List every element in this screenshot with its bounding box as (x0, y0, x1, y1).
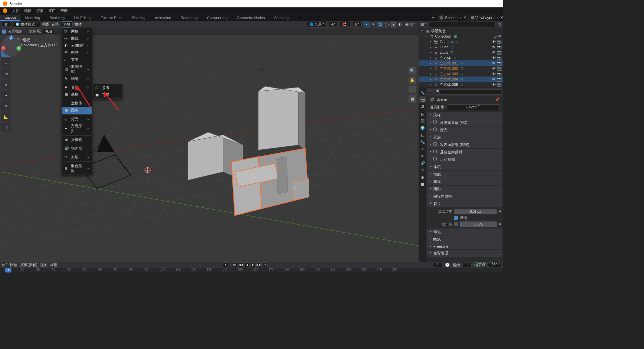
nav-gizmo[interactable]: Z X Y (0, 35, 22, 57)
prev-key-button[interactable]: ◀◀ (238, 262, 244, 267)
tool-move[interactable]: ↔ (1, 58, 11, 68)
timeline-ruler[interactable]: 1 11020304050607080901001101201301401501… (0, 268, 503, 272)
add-item-摄像机[interactable]: ▭摄像机 (62, 136, 92, 143)
add-item-体积(音量)[interactable]: ▥体积(音量)▸ (62, 63, 92, 75)
timeline-type-icon[interactable]: ◷˅ (2, 263, 7, 267)
marker-menu[interactable]: 标记 (50, 262, 57, 267)
panel-采样[interactable]: ▸采样 (427, 112, 502, 119)
tab-constraints-icon[interactable]: 🔗 (419, 160, 426, 166)
outliner-item[interactable]: ▸▽立方体.002▽👁📷 (419, 66, 503, 71)
blender-icon[interactable] (3, 8, 7, 13)
outliner-item[interactable]: ▸▽立方体▽👁📷 (419, 55, 503, 60)
menu-render[interactable]: 渲染 (36, 8, 44, 13)
tab-output-icon[interactable]: 🖶 (419, 103, 426, 110)
shading-solid[interactable]: ● (390, 21, 396, 28)
tab-modeling[interactable]: Modeling (20, 15, 45, 20)
menu-window[interactable]: 窗口 (48, 8, 56, 13)
panel-蜡笔[interactable]: ▸蜡笔 (427, 236, 502, 243)
panel-辉光[interactable]: ▸辉光 (427, 127, 502, 134)
panel-Freestyle[interactable]: ▸Freestyle (427, 243, 502, 249)
add-item-图像[interactable]: ▣图像▸ (62, 107, 92, 114)
play-button[interactable]: ▶ (250, 262, 256, 267)
zoom-button[interactable]: 🔍 (409, 67, 416, 74)
scene-collection-row[interactable]: ▾▤ 场景集合 (419, 28, 503, 34)
menu-help[interactable]: 帮助 (60, 8, 68, 13)
viewlayer-field[interactable]: ▤ViewLayer (468, 15, 495, 20)
xray-toggle[interactable]: ⊡ (377, 21, 383, 28)
select-menu[interactable]: 选择 (52, 22, 59, 27)
jump-start-button[interactable]: ⏮ (232, 262, 237, 267)
panel-间接光照明[interactable]: ▸间接光照明 (427, 193, 502, 200)
editor-type-dropdown[interactable]: ⊞˅ (2, 22, 11, 27)
tab-modifier-icon[interactable]: 🔧 (419, 139, 426, 145)
coord-dropdown[interactable]: 视图 (43, 29, 54, 35)
tab-shading[interactable]: Shading (127, 15, 150, 20)
tab-render-icon[interactable]: 📷 (419, 96, 426, 103)
add-item-灯光[interactable]: ☼灯光▸ (62, 115, 92, 122)
tab-material-icon[interactable]: ◉ (419, 174, 426, 181)
tab-sculpting[interactable]: Sculpting (45, 15, 69, 20)
surface-project-checkbox[interactable] (2, 30, 6, 34)
outliner-item[interactable]: ▸▽立方体.004▽👁📷 (419, 77, 503, 82)
tab-object-icon[interactable]: ▢ (419, 132, 426, 138)
panel-景深[interactable]: ▸景深 (427, 134, 502, 141)
props-type-icon[interactable]: ☰˅ (428, 90, 434, 94)
window-maximize-button[interactable]: □ (487, 2, 489, 6)
tab-particles-icon[interactable]: ✦ (419, 146, 426, 152)
gizmo-toggle[interactable]: • (364, 21, 370, 28)
add-item-力场[interactable]: ⟳力场▸ (62, 154, 92, 161)
menu-edit[interactable]: 编辑 (24, 8, 32, 13)
tab-tool-icon[interactable]: 🔧 (419, 89, 426, 96)
outliner-item[interactable]: ▸☼Light▽👁📷 (419, 50, 503, 55)
panel-色彩管理[interactable]: ▸色彩管理 (427, 250, 502, 257)
add-item-蜡笔[interactable]: ✎蜡笔▸ (62, 75, 92, 82)
add-item-扬声器[interactable]: 🔊扬声器 (62, 145, 92, 152)
window-minimize-button[interactable]: — (475, 2, 479, 6)
outliner-type-icon[interactable]: ☰˅ (421, 22, 426, 27)
outliner-item[interactable]: ▸▽立方体.003▽👁📷 (419, 71, 503, 77)
add-item-融球[interactable]: ◎融球▸ (62, 49, 92, 56)
tab-texture-icon[interactable]: ▦ (419, 181, 426, 188)
add-item-空物体[interactable]: ✛空物体▸ (62, 100, 92, 107)
tool-addcube[interactable]: ⬚ (1, 123, 11, 132)
add-item-晶格[interactable]: ▦晶格 (62, 91, 92, 98)
panel-曲线[interactable]: ▸曲线 (427, 178, 502, 185)
tab-layout[interactable]: Layout (0, 15, 20, 21)
object-menu[interactable]: 物体 (74, 22, 82, 27)
start-frame-field[interactable]: 1 (463, 263, 472, 267)
jump-end-button[interactable]: ⏭ (262, 262, 268, 267)
scene-field[interactable]: 🎬Scene (437, 15, 458, 20)
tool-transform[interactable]: ✦ (1, 91, 11, 100)
timeline-view-menu[interactable]: 视图 (40, 262, 47, 267)
persp-ortho-button[interactable]: ▦ (409, 95, 416, 103)
outliner-search[interactable] (429, 22, 496, 27)
tab-anim[interactable]: Animation (150, 15, 176, 20)
tab-world-icon[interactable]: 🌍 (419, 124, 426, 131)
outliner-filter-icon[interactable]: ▽ (498, 22, 501, 27)
panel-环境光遮蔽 (AO)[interactable]: ▸环境光遮蔽 (AO) (427, 119, 502, 126)
play-rev-button[interactable]: ◀ (244, 262, 250, 267)
image-sub-背景[interactable]: ▣背景 (93, 91, 122, 98)
shading-matprev[interactable]: ◐ (397, 21, 403, 28)
tab-data-icon[interactable]: ▽ (419, 167, 426, 173)
viewlayer-new-button[interactable]: ▫ (497, 16, 498, 20)
pivot-dropdown[interactable]: ⊙˅ (329, 22, 338, 27)
panel-运动模糊[interactable]: ▸运动模糊 (427, 156, 502, 163)
add-item-骨架[interactable]: ✱骨架▸ (62, 84, 92, 91)
outliner-item[interactable]: ▸▽立方体.005▽👁📷 (419, 82, 503, 87)
options-menu[interactable]: 选项 ˅ (407, 22, 416, 27)
pin-icon[interactable]: 📌 (495, 97, 500, 102)
tool-annotate[interactable]: ✎ (1, 101, 11, 111)
panel-阴影[interactable]: ▸阴影 (427, 186, 502, 193)
view-menu[interactable]: 视图 (42, 22, 50, 27)
render-engine-dropdown[interactable]: Eevee ˅ (446, 104, 500, 110)
tool-measure[interactable]: 📐 (1, 112, 11, 121)
panel-屏幕空间反射[interactable]: ▸屏幕空间反射 (427, 149, 502, 156)
next-key-button[interactable]: ▶▶ (256, 262, 262, 267)
clock-icon[interactable]: 🕐 (445, 263, 450, 267)
keying-menu[interactable]: 抠像(插帧) (20, 262, 37, 267)
outliner-item[interactable]: ▸▽立方体.001▽👁📷 (419, 60, 503, 66)
proportional-toggle[interactable]: ◎˅ (352, 22, 362, 27)
add-item-曲线[interactable]: 〰曲线▸ (62, 35, 92, 42)
outliner-item[interactable]: ▸📷Camera▽👁📷 (419, 39, 503, 44)
